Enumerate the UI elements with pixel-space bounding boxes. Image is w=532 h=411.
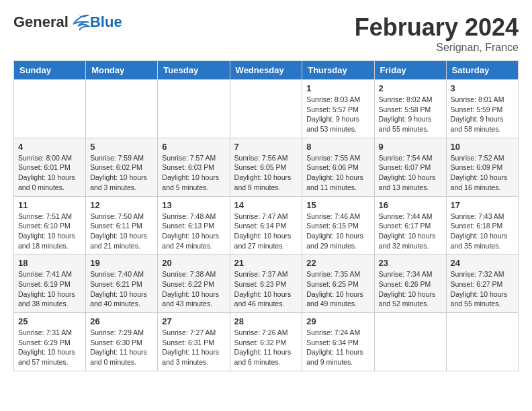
day-number: 9 xyxy=(379,142,442,152)
day-number: 15 xyxy=(306,200,369,210)
calendar-cell: 13Sunrise: 7:48 AM Sunset: 6:13 PM Dayli… xyxy=(158,196,230,255)
calendar-cell: 19Sunrise: 7:40 AM Sunset: 6:21 PM Dayli… xyxy=(86,255,158,313)
calendar-cell: 9Sunrise: 7:54 AM Sunset: 6:07 PM Daylig… xyxy=(374,138,446,196)
month-title: February 2024 xyxy=(355,13,519,42)
day-info: Sunrise: 7:32 AM Sunset: 6:27 PM Dayligh… xyxy=(451,269,514,309)
calendar-cell: 23Sunrise: 7:34 AM Sunset: 6:26 PM Dayli… xyxy=(374,255,446,313)
logo-bird-icon xyxy=(70,14,90,31)
calendar-cell: 20Sunrise: 7:38 AM Sunset: 6:22 PM Dayli… xyxy=(158,255,230,313)
page-header: General Blue February 2024 Serignan, Fra… xyxy=(13,13,519,54)
calendar-day-header: Saturday xyxy=(446,61,518,80)
day-number: 20 xyxy=(162,258,225,268)
day-number: 5 xyxy=(90,142,153,152)
calendar-cell: 21Sunrise: 7:37 AM Sunset: 6:23 PM Dayli… xyxy=(230,255,302,313)
day-info: Sunrise: 7:50 AM Sunset: 6:11 PM Dayligh… xyxy=(90,212,153,251)
day-number: 25 xyxy=(18,316,81,326)
calendar-cell: 2Sunrise: 8:02 AM Sunset: 5:58 PM Daylig… xyxy=(374,80,446,138)
day-info: Sunrise: 7:24 AM Sunset: 6:34 PM Dayligh… xyxy=(306,328,369,367)
day-number: 19 xyxy=(90,258,153,268)
calendar-cell: 14Sunrise: 7:47 AM Sunset: 6:14 PM Dayli… xyxy=(230,196,302,255)
day-info: Sunrise: 8:02 AM Sunset: 5:58 PM Dayligh… xyxy=(379,95,442,134)
logo: General Blue xyxy=(13,13,122,31)
calendar-day-header: Monday xyxy=(86,61,158,80)
day-number: 3 xyxy=(451,83,514,93)
logo-general-text: General xyxy=(13,13,69,31)
day-number: 10 xyxy=(451,142,514,152)
calendar-cell: 5Sunrise: 7:59 AM Sunset: 6:02 PM Daylig… xyxy=(86,138,158,196)
calendar-cell: 28Sunrise: 7:26 AM Sunset: 6:32 PM Dayli… xyxy=(230,313,302,371)
calendar-cell: 8Sunrise: 7:55 AM Sunset: 6:06 PM Daylig… xyxy=(302,138,374,196)
calendar-cell: 24Sunrise: 7:32 AM Sunset: 6:27 PM Dayli… xyxy=(446,255,518,313)
calendar-day-header: Thursday xyxy=(302,61,374,80)
day-number: 1 xyxy=(306,83,369,93)
calendar-day-header: Wednesday xyxy=(230,61,302,80)
day-number: 22 xyxy=(306,258,369,268)
calendar-day-header: Sunday xyxy=(14,61,86,80)
calendar-day-header: Friday xyxy=(374,61,446,80)
day-number: 2 xyxy=(379,83,442,93)
day-info: Sunrise: 7:26 AM Sunset: 6:32 PM Dayligh… xyxy=(234,328,298,367)
calendar-cell: 15Sunrise: 7:46 AM Sunset: 6:15 PM Dayli… xyxy=(302,196,374,255)
day-number: 6 xyxy=(162,142,225,152)
day-number: 8 xyxy=(306,142,369,152)
day-info: Sunrise: 7:37 AM Sunset: 6:23 PM Dayligh… xyxy=(234,269,298,309)
calendar-cell xyxy=(230,80,302,138)
calendar-table: SundayMondayTuesdayWednesdayThursdayFrid… xyxy=(13,60,519,371)
calendar-cell: 27Sunrise: 7:27 AM Sunset: 6:31 PM Dayli… xyxy=(158,313,230,371)
day-info: Sunrise: 7:35 AM Sunset: 6:25 PM Dayligh… xyxy=(306,269,369,309)
day-info: Sunrise: 7:29 AM Sunset: 6:30 PM Dayligh… xyxy=(90,328,153,367)
calendar-cell: 22Sunrise: 7:35 AM Sunset: 6:25 PM Dayli… xyxy=(302,255,374,313)
calendar-cell xyxy=(158,80,230,138)
day-info: Sunrise: 8:01 AM Sunset: 5:59 PM Dayligh… xyxy=(451,95,514,134)
calendar-week-row: 4Sunrise: 8:00 AM Sunset: 6:01 PM Daylig… xyxy=(14,138,519,196)
day-number: 18 xyxy=(18,258,81,268)
day-info: Sunrise: 7:31 AM Sunset: 6:29 PM Dayligh… xyxy=(18,328,81,367)
calendar-week-row: 25Sunrise: 7:31 AM Sunset: 6:29 PM Dayli… xyxy=(14,313,519,371)
day-number: 14 xyxy=(234,200,298,210)
day-info: Sunrise: 7:56 AM Sunset: 6:05 PM Dayligh… xyxy=(234,153,298,193)
day-info: Sunrise: 7:38 AM Sunset: 6:22 PM Dayligh… xyxy=(162,269,225,309)
day-info: Sunrise: 7:57 AM Sunset: 6:03 PM Dayligh… xyxy=(162,153,225,193)
day-number: 12 xyxy=(90,200,153,210)
calendar-cell: 17Sunrise: 7:43 AM Sunset: 6:18 PM Dayli… xyxy=(446,196,518,255)
day-info: Sunrise: 7:43 AM Sunset: 6:18 PM Dayligh… xyxy=(451,212,514,251)
calendar-cell xyxy=(446,313,518,371)
day-number: 21 xyxy=(234,258,298,268)
day-info: Sunrise: 7:41 AM Sunset: 6:19 PM Dayligh… xyxy=(18,269,81,309)
calendar-week-row: 1Sunrise: 8:03 AM Sunset: 5:57 PM Daylig… xyxy=(14,80,519,138)
day-info: Sunrise: 7:27 AM Sunset: 6:31 PM Dayligh… xyxy=(162,328,225,367)
calendar-header-row: SundayMondayTuesdayWednesdayThursdayFrid… xyxy=(14,61,519,80)
day-number: 28 xyxy=(234,316,298,326)
calendar-week-row: 18Sunrise: 7:41 AM Sunset: 6:19 PM Dayli… xyxy=(14,255,519,313)
location-text: Serignan, France xyxy=(355,42,519,54)
calendar-cell: 25Sunrise: 7:31 AM Sunset: 6:29 PM Dayli… xyxy=(14,313,86,371)
day-info: Sunrise: 7:40 AM Sunset: 6:21 PM Dayligh… xyxy=(90,269,153,309)
day-info: Sunrise: 7:51 AM Sunset: 6:10 PM Dayligh… xyxy=(18,212,81,251)
day-number: 27 xyxy=(162,316,225,326)
calendar-cell: 10Sunrise: 7:52 AM Sunset: 6:09 PM Dayli… xyxy=(446,138,518,196)
day-number: 23 xyxy=(379,258,442,268)
day-number: 7 xyxy=(234,142,298,152)
calendar-cell xyxy=(14,80,86,138)
day-number: 17 xyxy=(451,200,514,210)
day-info: Sunrise: 7:46 AM Sunset: 6:15 PM Dayligh… xyxy=(306,212,369,251)
calendar-cell: 4Sunrise: 8:00 AM Sunset: 6:01 PM Daylig… xyxy=(14,138,86,196)
day-info: Sunrise: 8:03 AM Sunset: 5:57 PM Dayligh… xyxy=(306,95,369,134)
calendar-week-row: 11Sunrise: 7:51 AM Sunset: 6:10 PM Dayli… xyxy=(14,196,519,255)
day-info: Sunrise: 7:47 AM Sunset: 6:14 PM Dayligh… xyxy=(234,212,298,251)
day-number: 29 xyxy=(306,316,369,326)
day-info: Sunrise: 7:44 AM Sunset: 6:17 PM Dayligh… xyxy=(379,212,442,251)
calendar-cell xyxy=(374,313,446,371)
day-number: 4 xyxy=(18,142,81,152)
calendar-cell: 18Sunrise: 7:41 AM Sunset: 6:19 PM Dayli… xyxy=(14,255,86,313)
logo-blue-text: Blue xyxy=(90,13,122,31)
calendar-cell: 1Sunrise: 8:03 AM Sunset: 5:57 PM Daylig… xyxy=(302,80,374,138)
day-info: Sunrise: 7:54 AM Sunset: 6:07 PM Dayligh… xyxy=(379,153,442,193)
calendar-cell xyxy=(86,80,158,138)
day-info: Sunrise: 7:48 AM Sunset: 6:13 PM Dayligh… xyxy=(162,212,225,251)
day-info: Sunrise: 8:00 AM Sunset: 6:01 PM Dayligh… xyxy=(18,153,81,193)
calendar-cell: 12Sunrise: 7:50 AM Sunset: 6:11 PM Dayli… xyxy=(86,196,158,255)
day-number: 16 xyxy=(379,200,442,210)
day-number: 24 xyxy=(451,258,514,268)
calendar-cell: 6Sunrise: 7:57 AM Sunset: 6:03 PM Daylig… xyxy=(158,138,230,196)
